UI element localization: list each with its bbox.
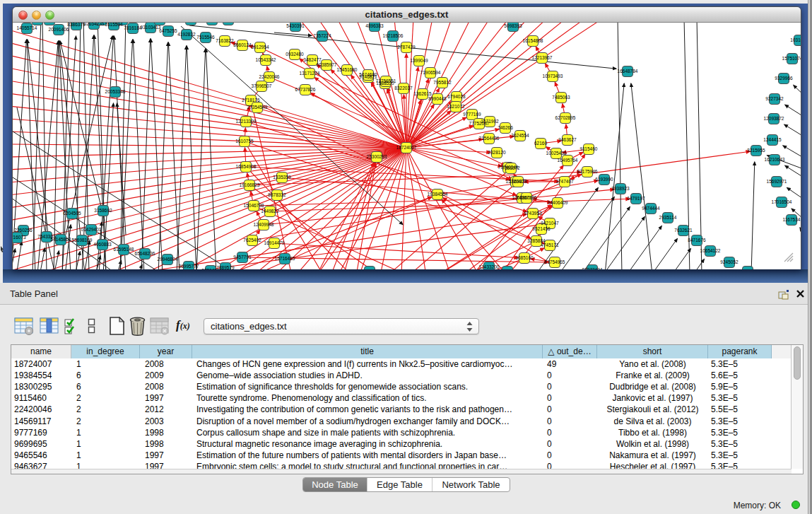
svg-text:1244415: 1244415: [763, 137, 782, 142]
svg-text:65648236: 65648236: [135, 251, 155, 256]
svg-text:1167534: 1167534: [783, 217, 801, 222]
svg-text:14055714: 14055714: [17, 25, 37, 30]
svg-text:8990448: 8990448: [428, 96, 447, 101]
svg-text:19384554: 19384554: [428, 192, 448, 197]
svg-text:9457791: 9457791: [233, 255, 252, 259]
svg-text:12409948: 12409948: [254, 222, 274, 227]
svg-text:25300293: 25300293: [367, 154, 387, 159]
svg-text:55698169: 55698169: [72, 238, 93, 243]
svg-text:4896383: 4896383: [365, 23, 384, 28]
svg-text:12093872: 12093872: [764, 116, 784, 121]
svg-text:1615594: 1615594: [105, 23, 123, 27]
svg-text:21564436: 21564436: [479, 136, 500, 141]
svg-text:8322037: 8322037: [394, 86, 413, 90]
svg-text:34714345: 34714345: [360, 269, 380, 269]
svg-text:9777169: 9777169: [463, 112, 481, 117]
svg-text:746266: 746266: [498, 125, 513, 130]
svg-text:8215955: 8215955: [747, 148, 765, 153]
svg-text:7955812: 7955812: [433, 80, 452, 85]
svg-text:2718176: 2718176: [242, 98, 260, 103]
svg-text:6479197: 6479197: [627, 196, 645, 201]
svg-text:37996507: 37996507: [252, 83, 272, 88]
svg-text:16648784: 16648784: [618, 69, 638, 74]
svg-text:1335359: 1335359: [273, 175, 291, 180]
svg-text:16854908: 16854908: [236, 164, 257, 169]
svg-text:16914479: 16914479: [264, 240, 285, 245]
svg-text:13171274: 13171274: [300, 71, 320, 76]
svg-text:9227342: 9227342: [765, 96, 784, 101]
svg-text:2328120: 2328120: [488, 150, 506, 155]
svg-text:01429401: 01429401: [81, 227, 102, 232]
svg-text:60385977: 60385977: [317, 62, 337, 67]
svg-text:71906594: 71906594: [420, 70, 441, 75]
svg-text:10543342: 10543342: [256, 57, 276, 62]
svg-text:7889579: 7889579: [216, 265, 235, 269]
svg-text:5430391: 5430391: [286, 23, 305, 28]
svg-text:1362615: 1362615: [413, 91, 432, 96]
svg-text:9743953: 9743953: [524, 211, 542, 216]
svg-text:5098393: 5098393: [504, 23, 522, 28]
svg-text:12213309: 12213309: [236, 119, 257, 124]
svg-text:18724007: 18724007: [396, 145, 417, 150]
svg-text:54145868: 54145868: [51, 237, 71, 242]
svg-text:6204505: 6204505: [63, 211, 81, 216]
svg-text:6475255: 6475255: [159, 28, 177, 33]
svg-text:0932480: 0932480: [286, 52, 304, 57]
svg-text:15751074: 15751074: [782, 56, 801, 61]
svg-text:2935114: 2935114: [659, 215, 677, 220]
svg-text:1610755: 1610755: [235, 139, 254, 144]
svg-text:94406409: 94406409: [548, 200, 568, 205]
svg-text:12213967: 12213967: [532, 55, 553, 60]
svg-text:4745171: 4745171: [541, 243, 559, 247]
svg-text:8471676: 8471676: [688, 238, 706, 243]
svg-text:7163822: 7163822: [216, 38, 234, 43]
svg-text:8938923: 8938923: [611, 186, 630, 191]
svg-text:16495764: 16495764: [558, 158, 578, 163]
svg-text:10025438: 10025438: [546, 151, 567, 156]
svg-text:36995777: 36995777: [179, 264, 199, 269]
svg-text:22420046: 22420046: [259, 74, 280, 79]
svg-text:7515546: 7515546: [196, 35, 215, 40]
svg-text:9474444: 9474444: [642, 206, 660, 211]
svg-text:7816184: 7816184: [124, 25, 142, 30]
svg-text:7917693: 7917693: [498, 269, 517, 269]
svg-text:9245052: 9245052: [720, 259, 739, 264]
svg-text:7632621: 7632621: [674, 228, 693, 233]
svg-text:4192832: 4192832: [177, 32, 196, 37]
svg-text:9421047: 9421047: [541, 221, 559, 226]
svg-text:1621072: 1621072: [447, 104, 465, 109]
svg-text:82175946: 82175946: [577, 169, 598, 174]
svg-text:20053346: 20053346: [105, 89, 126, 94]
svg-text:16210643: 16210643: [765, 157, 785, 162]
svg-text:10973493: 10973493: [543, 74, 563, 78]
svg-text:93103413: 93103413: [141, 25, 161, 30]
svg-text:20091406: 20091406: [49, 27, 69, 32]
svg-text:15451680: 15451680: [337, 67, 358, 72]
svg-text:2787429: 2787429: [397, 45, 416, 49]
svg-text:9521456: 9521456: [532, 226, 551, 231]
svg-text:1031051: 1031051: [790, 37, 801, 42]
svg-text:17016504: 17016504: [772, 199, 792, 204]
svg-text:8878332: 8878332: [268, 192, 286, 197]
svg-text:3685160: 3685160: [515, 255, 534, 260]
svg-text:13433200: 13433200: [479, 264, 500, 269]
svg-text:27354549: 27354549: [247, 105, 268, 110]
svg-text:87277434: 87277434: [582, 267, 603, 269]
svg-text:15692971: 15692971: [767, 179, 787, 184]
svg-text:7386372: 7386372: [502, 165, 520, 170]
svg-text:7485063: 7485063: [552, 95, 570, 100]
svg-text:9463627: 9463627: [558, 137, 577, 142]
svg-text:15716485: 15716485: [275, 256, 295, 261]
svg-text:62702895: 62702895: [555, 115, 576, 120]
svg-text:8660124: 8660124: [233, 42, 252, 47]
svg-text:3624554: 3624554: [511, 133, 529, 138]
svg-text:80112805: 80112805: [738, 269, 758, 269]
svg-text:3482477: 3482477: [303, 57, 322, 62]
svg-text:9115460: 9115460: [580, 146, 598, 151]
svg-text:1671902: 1671902: [481, 119, 499, 124]
svg-text:6794028: 6794028: [447, 94, 466, 99]
svg-text:3747407: 3747407: [555, 179, 574, 184]
svg-text:62160: 62160: [534, 141, 547, 146]
svg-text:29946804: 29946804: [158, 257, 178, 262]
svg-text:4060883: 4060883: [93, 242, 112, 247]
